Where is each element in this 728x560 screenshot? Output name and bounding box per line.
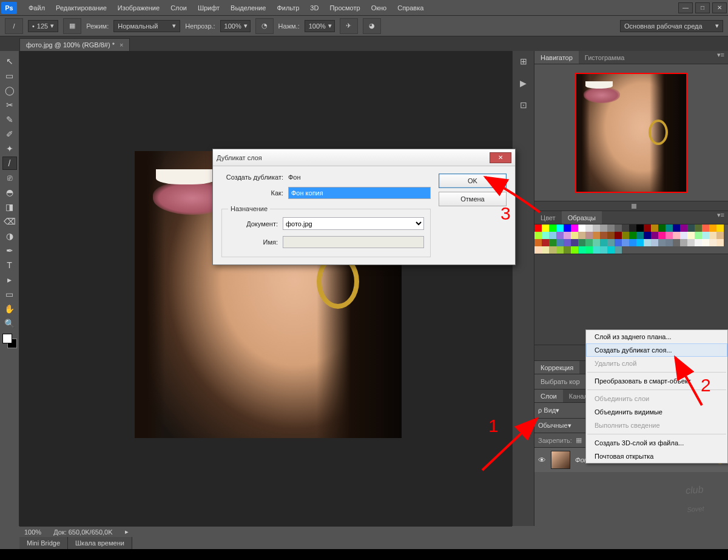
tab-mini-bridge[interactable]: Mini Bridge [19,537,68,549]
swatch[interactable] [658,232,666,239]
visibility-icon[interactable]: 👁 [538,456,546,465]
window-maximize-button[interactable]: □ [695,2,710,13]
swatch[interactable] [658,224,666,232]
swatch[interactable] [556,246,564,254]
tab-navigator[interactable]: Навигатор [534,51,579,64]
swatch[interactable] [622,224,629,232]
swatch[interactable] [585,232,593,239]
swatch[interactable] [622,232,629,239]
menu-file[interactable]: Файл [23,0,50,16]
context-menu-item[interactable]: Создать 3D-слой из файла... [586,436,727,450]
history-brush-tool[interactable]: ◓ [2,186,17,199]
swatch[interactable] [687,239,695,246]
swatch[interactable] [600,224,607,232]
swatch[interactable] [549,246,556,254]
swatch[interactable] [716,224,724,232]
swatch[interactable] [564,232,571,239]
swatch[interactable] [629,224,636,232]
canvas-area[interactable] [19,51,512,526]
lasso-tool[interactable]: ◯ [2,84,17,97]
airbrush-icon[interactable]: ✈ [340,18,358,34]
swatch[interactable] [644,232,651,239]
menu-view[interactable]: Просмотр [324,0,365,16]
swatch[interactable] [629,232,636,239]
tab-adjustments[interactable]: Коррекция [534,361,579,374]
swatch[interactable] [585,224,593,232]
dialog-close-button[interactable]: ✕ [490,152,511,163]
swatch[interactable] [673,232,680,239]
menu-type[interactable]: Шрифт [192,0,225,16]
brush-tool[interactable]: / [2,157,17,170]
menu-help[interactable]: Справка [392,0,429,16]
lock-pixels-icon[interactable]: ▦ [576,436,582,444]
swatch[interactable] [709,224,716,232]
swatch-grid[interactable] [534,224,728,254]
tab-histogram[interactable]: Гистограмма [579,51,631,64]
eyedropper-tool[interactable]: ✎ [2,113,17,126]
swatch[interactable] [636,239,644,246]
panel-icon-3[interactable]: ⊡ [517,98,530,112]
swatch[interactable] [549,239,556,246]
swatch[interactable] [622,239,629,246]
swatch[interactable] [680,224,687,232]
eraser-tool[interactable]: ◨ [2,200,17,214]
swatch[interactable] [585,246,593,254]
swatch[interactable] [716,239,724,246]
swatch[interactable] [644,224,651,232]
swatch[interactable] [607,246,615,254]
swatch[interactable] [593,232,600,239]
healing-tool[interactable]: ✐ [2,127,17,141]
zoom-level[interactable]: 100% [24,528,41,536]
crop-tool[interactable]: ✂ [2,98,17,112]
menu-select[interactable]: Выделение [225,0,271,16]
swatch[interactable] [556,239,564,246]
swatch[interactable] [600,246,607,254]
swatch[interactable] [695,239,702,246]
swatch[interactable] [534,239,542,246]
swatch[interactable] [716,232,724,239]
foreground-color[interactable] [2,334,12,343]
dodge-tool[interactable]: ◑ [2,229,17,243]
color-swatch[interactable] [2,334,17,348]
swatch[interactable] [571,239,578,246]
ok-button[interactable]: OK [439,174,507,188]
move-tool[interactable]: ↖ [2,55,17,68]
swatch[interactable] [600,232,607,239]
swatch[interactable] [593,239,600,246]
swatch[interactable] [687,232,695,239]
context-menu-item[interactable]: Создать дубликат слоя... [586,343,727,357]
swatch[interactable] [534,224,542,232]
window-close-button[interactable]: ✕ [712,2,727,13]
workspace-switcher[interactable]: Основная рабочая среда▾ [620,20,723,32]
swatch[interactable] [680,232,687,239]
gradient-tool[interactable]: ⌫ [2,215,17,228]
shape-tool[interactable]: ▭ [2,288,17,301]
context-menu-item[interactable]: Объединить видимые [586,405,727,419]
swatch[interactable] [593,246,600,254]
swatch[interactable] [680,239,687,246]
swatch[interactable] [709,232,716,239]
navigator-zoom-slider[interactable] [534,201,728,211]
tab-color[interactable]: Цвет [534,211,562,224]
swatch[interactable] [571,232,578,239]
swatch[interactable] [578,224,585,232]
swatch[interactable] [666,224,673,232]
brush-panel-toggle[interactable]: ▦ [63,18,81,34]
pressure-size-icon[interactable]: ◕ [363,18,381,34]
blend-mode-select[interactable]: Нормальный▾ [113,20,180,32]
swatch[interactable] [644,239,651,246]
swatch[interactable] [607,224,615,232]
panel-menu-icon[interactable]: ▾≡ [713,211,728,224]
brush-preset-picker[interactable]: •125▾ [28,20,58,32]
swatch[interactable] [607,232,615,239]
swatch[interactable] [593,224,600,232]
menu-window[interactable]: Окно [366,0,393,16]
menu-filter[interactable]: Фильтр [271,0,305,16]
panel-menu-icon[interactable]: ▾≡ [713,51,728,64]
swatch[interactable] [542,239,549,246]
marquee-tool[interactable]: ▭ [2,69,17,83]
swatch[interactable] [702,232,709,239]
swatch[interactable] [585,239,593,246]
flow-input[interactable]: 100%▾ [305,20,335,32]
swatch[interactable] [673,224,680,232]
